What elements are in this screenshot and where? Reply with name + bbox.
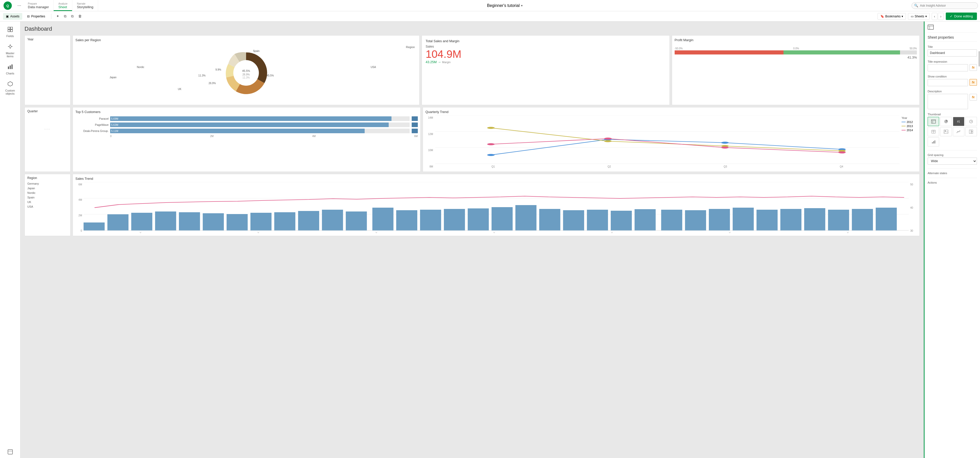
- total-sales-margin-widget[interactable]: Total Sales and Margin Sales 104.9M 43.2…: [422, 35, 670, 105]
- top5-title: Top 5 Customers: [75, 110, 418, 114]
- sidebar-item-fields[interactable]: Fields: [1, 24, 19, 40]
- rp-alternate-states-label: Alternate states: [928, 172, 977, 175]
- nav-tab-narrate-main: Storytelling: [77, 5, 93, 9]
- thumb-linechart-icon[interactable]: [953, 127, 964, 136]
- rp-title-input[interactable]: [928, 49, 977, 56]
- thumb-layout2-icon[interactable]: [966, 127, 977, 136]
- profit-margin-widget[interactable]: Profit Margin -50.0% 0.0% 50.0% 41.3%: [672, 35, 920, 105]
- ask-insight-input[interactable]: [912, 2, 978, 9]
- title-expression-fx-button[interactable]: fx: [969, 64, 977, 71]
- top5-customers-widget[interactable]: Top 5 Customers Paracel 5.69M PageWave: [73, 107, 421, 172]
- region-germany[interactable]: Germany: [27, 181, 68, 186]
- svg-rect-14: [8, 450, 13, 454]
- nav-tab-prepare-main: Data manager: [28, 5, 49, 9]
- region-japan[interactable]: Japan: [27, 186, 68, 190]
- year-filter[interactable]: Year: [24, 35, 70, 105]
- thumb-number-label: #1: [957, 120, 960, 123]
- delete-icon[interactable]: 🗑: [76, 13, 84, 20]
- region-spain[interactable]: Spain: [27, 195, 68, 200]
- rp-title-expression-field: Title expression fx: [928, 60, 977, 71]
- rp-grid-spacing-label: Grid spacing: [928, 153, 977, 156]
- scale-right: 50.0%: [910, 47, 917, 50]
- nav-tab-narrate[interactable]: Narrate Storytelling: [72, 0, 98, 11]
- svg-rect-50: [322, 210, 343, 231]
- svg-rect-56: [468, 208, 489, 231]
- copy-icon[interactable]: ⧉: [62, 13, 68, 20]
- sales-trend-widget[interactable]: Sales Trend 6M 4M 2M 0: [73, 174, 920, 236]
- region-usa[interactable]: USA: [27, 204, 68, 209]
- description-fx-button[interactable]: fx: [969, 94, 977, 101]
- legend-line-2013: [902, 126, 906, 126]
- prev-sheet-button[interactable]: ‹: [932, 13, 937, 20]
- svg-point-16: [233, 60, 259, 86]
- quarter-filter[interactable]: Quarter ···: [24, 107, 70, 172]
- axis-4m: 4M: [312, 135, 316, 137]
- done-editing-button[interactable]: ✓ Done editing: [946, 13, 977, 20]
- nav-app-title[interactable]: Beginner's tutorial ▾: [98, 0, 912, 11]
- sidebar-item-custom-objects[interactable]: Custom objects: [1, 78, 19, 98]
- svg-rect-3: [11, 27, 13, 29]
- bar-extra-deak: [412, 129, 418, 133]
- svg-rect-42: [131, 213, 153, 231]
- thumb-pie-icon[interactable]: [940, 117, 951, 126]
- quarterly-trend-widget[interactable]: Quarterly Trend 14M 12M 10M 8M: [423, 107, 920, 172]
- next-sheet-button[interactable]: ›: [938, 13, 944, 20]
- thumb-table-icon[interactable]: [928, 127, 939, 136]
- rp-title-expression-input[interactable]: [928, 64, 968, 71]
- scrollbar-thumb[interactable]: [978, 51, 980, 67]
- svg-rect-44: [179, 212, 200, 231]
- svg-rect-46: [227, 214, 248, 231]
- search-icon: 🔍: [914, 3, 918, 7]
- sales-trend-y-right: 50 40 30: [910, 182, 917, 233]
- desc-fx-icon: fx: [972, 96, 975, 99]
- svg-rect-73: [876, 207, 897, 231]
- svg-rect-78: [931, 120, 935, 123]
- sheets-button[interactable]: ▭ Sheets ▾: [908, 13, 929, 20]
- bar-fill-deak: 5.11M: [110, 129, 365, 133]
- sidebar-item-charts[interactable]: Charts: [1, 61, 19, 78]
- region-uk[interactable]: UK: [27, 200, 68, 204]
- xt-2014-2: 2014-...: [846, 232, 853, 233]
- sidebar-custom-objects-label: Custom objects: [3, 89, 18, 95]
- bookmarks-button[interactable]: 🔖 Bookmarks ▾: [878, 13, 906, 20]
- sales-per-region-widget[interactable]: Sales per Region: [73, 35, 420, 105]
- nav-more-dots[interactable]: ···: [15, 0, 23, 11]
- master-items-icon: [7, 44, 13, 51]
- region-uk-label: UK: [178, 88, 181, 91]
- svg-rect-53: [396, 210, 417, 231]
- rp-divider: [928, 150, 977, 150]
- toolbar: ▣ Assets ⊟ Properties ✦ ⧉ ⧉ 🗑 🔖 Bookmark…: [0, 11, 980, 21]
- add-icon[interactable]: ✦: [54, 13, 61, 20]
- st-y-2m: 2M: [76, 214, 82, 217]
- thumb-number[interactable]: #1: [953, 117, 964, 126]
- thumb-layout-icon[interactable]: [928, 117, 939, 126]
- properties-button[interactable]: ⊟ Properties: [24, 13, 48, 20]
- rp-grid-spacing-select[interactable]: Small Medium Wide: [928, 158, 977, 165]
- paste-icon[interactable]: ⧉: [69, 13, 75, 20]
- show-condition-fx-button[interactable]: fx: [969, 79, 977, 86]
- sidebar-bottom-icon[interactable]: [7, 449, 13, 458]
- svg-point-24: [487, 154, 495, 156]
- rp-description-textarea[interactable]: [928, 94, 968, 109]
- region-filter[interactable]: Region Germany Japan Nordic Spain UK USA: [24, 174, 70, 236]
- fx-icon: fx: [972, 66, 975, 69]
- margin-arrow: →: [438, 60, 441, 64]
- thumb-barchart-icon[interactable]: [928, 137, 939, 147]
- sidebar-item-master-items[interactable]: Master items: [1, 41, 19, 61]
- region-filter-list: Germany Japan Nordic Spain UK USA: [27, 181, 68, 209]
- legend-line-2012: [902, 122, 906, 122]
- rp-show-condition-input[interactable]: [928, 79, 968, 86]
- nav-tab-prepare[interactable]: Prepare Data manager: [23, 0, 54, 11]
- svg-rect-12: [10, 65, 11, 69]
- svg-point-33: [604, 137, 611, 140]
- rp-grid-spacing-field: Grid spacing Small Medium Wide: [928, 153, 977, 165]
- thumb-svg-bar: [931, 140, 935, 144]
- y-max: 14M: [425, 116, 433, 119]
- thumb-image-icon[interactable]: [940, 127, 951, 136]
- thumb-clock-icon[interactable]: [966, 117, 977, 126]
- margin-bar-track: [675, 50, 917, 54]
- nav-tab-analyze[interactable]: Analyze Sheet: [54, 0, 72, 11]
- svg-rect-70: [804, 208, 826, 231]
- region-nordic[interactable]: Nordic: [27, 190, 68, 195]
- assets-button[interactable]: ▣ Assets: [3, 13, 22, 20]
